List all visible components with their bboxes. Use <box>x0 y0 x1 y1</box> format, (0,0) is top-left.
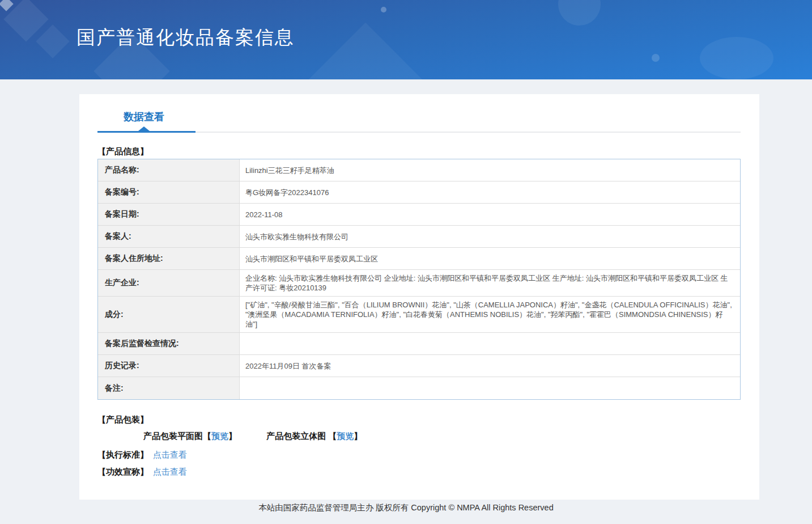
table-row: 历史记录: 2022年11月09日 首次备案 <box>98 355 740 377</box>
table-row: 备案人: 汕头市欧实雅生物科技有限公司 <box>98 226 740 248</box>
row-value: 企业名称: 汕头市欧实雅生物科技有限公司 企业地址: 汕头市潮阳区和平镇和平居委… <box>240 270 740 296</box>
packaging-flat-preview-link[interactable]: 预览 <box>211 431 228 441</box>
decor-square-icon <box>36 24 69 58</box>
packaging-heading: 【产品包装】 <box>97 415 148 425</box>
row-value: 粤G妆网备字2022341076 <box>240 181 740 203</box>
decor-dot-icon <box>381 7 386 12</box>
bracket-close: 】 <box>354 431 362 441</box>
row-value <box>240 333 740 354</box>
page-header: 国产普通化妆品备案信息 <box>0 0 812 79</box>
decor-square-icon <box>297 23 433 79</box>
bracket-open: 【 <box>203 431 211 441</box>
row-label: 生产企业: <box>98 270 240 296</box>
row-label: 备注: <box>98 377 240 399</box>
row-value: 2022-11-08 <box>240 204 740 225</box>
copyright-text: 本站由国家药品监督管理局主办 版权所有 Copyright © NMPA All… <box>258 503 553 512</box>
row-value: 汕头市欧实雅生物科技有限公司 <box>240 226 740 247</box>
standards-view-link[interactable]: 点击查看 <box>153 450 187 459</box>
product-info-heading: 【产品信息】 <box>97 146 148 157</box>
tab-underline-active <box>97 131 195 133</box>
row-value: 汕头市潮阳区和平镇和平居委双凤工业区 <box>240 248 740 269</box>
row-label: 成分: <box>98 297 240 332</box>
row-value: 2022年11月09日 首次备案 <box>240 355 740 377</box>
tab-data-view[interactable]: 数据查看 <box>124 110 164 124</box>
table-row: 备案人住所地址: 汕头市潮阳区和平镇和平居委双凤工业区 <box>98 248 740 270</box>
table-row: 备注: <box>98 377 740 399</box>
standards-section: 【执行标准】点击查看 <box>97 450 187 460</box>
claims-heading: 【功效宣称】 <box>97 467 148 476</box>
decor-cube-icon <box>0 0 14 11</box>
packaging-flat-label: 产品包装平面图 <box>143 431 203 441</box>
standards-heading: 【执行标准】 <box>97 450 148 459</box>
packaging-flat-item: 产品包装平面图【预览】 <box>143 431 237 441</box>
packaging-links-row: 产品包装平面图【预览】 产品包装立体图 【预览】 <box>143 431 362 442</box>
row-label: 产品名称: <box>98 159 240 181</box>
tab-caret-icon <box>138 126 150 131</box>
table-row: 备案日期: 2022-11-08 <box>98 204 740 226</box>
table-row: 备案编号: 粤G妆网备字2022341076 <box>98 181 740 204</box>
content-card: 数据查看 【产品信息】 产品名称: Lilinzhi三花三籽手足精萃油 备案编号… <box>79 94 759 500</box>
bracket-close: 】 <box>228 431 237 441</box>
page-title: 国产普通化妆品备案信息 <box>76 25 295 50</box>
tab-underline <box>97 131 741 133</box>
row-value <box>240 377 740 399</box>
product-info-table: 产品名称: Lilinzhi三花三籽手足精萃油 备案编号: 粤G妆网备字2022… <box>97 159 741 400</box>
packaging-3d-label: 产品包装立体图 <box>266 431 328 441</box>
decor-dot-icon <box>652 54 660 62</box>
claims-section: 【功效宣称】点击查看 <box>97 467 187 477</box>
row-label: 备案后监督检查情况: <box>98 333 240 354</box>
decor-circle-icon <box>700 37 773 79</box>
table-row: 产品名称: Lilinzhi三花三籽手足精萃油 <box>98 159 740 181</box>
row-label: 备案人住所地址: <box>98 248 240 269</box>
row-label: 备案编号: <box>98 181 240 203</box>
row-label: 历史记录: <box>98 355 240 377</box>
table-row: 生产企业: 企业名称: 汕头市欧实雅生物科技有限公司 企业地址: 汕头市潮阳区和… <box>98 270 740 297</box>
decor-square-icon <box>3 0 48 42</box>
table-row: 成分: ["矿油", "辛酸/癸酸甘油三酯", "百合（LILIUM BROWN… <box>98 297 740 333</box>
row-label: 备案日期: <box>98 204 240 225</box>
decor-circle-icon <box>558 0 601 26</box>
row-value: ["矿油", "辛酸/癸酸甘油三酯", "百合（LILIUM BROWNII）花… <box>240 297 740 332</box>
row-label: 备案人: <box>98 226 240 247</box>
packaging-3d-item: 产品包装立体图 【预览】 <box>266 431 362 441</box>
row-value: Lilinzhi三花三籽手足精萃油 <box>240 159 740 181</box>
packaging-3d-preview-link[interactable]: 预览 <box>337 431 354 441</box>
claims-view-link[interactable]: 点击查看 <box>153 467 187 476</box>
page-footer: 本站由国家药品监督管理局主办 版权所有 Copyright © NMPA All… <box>0 502 812 513</box>
bracket-open: 【 <box>328 431 337 441</box>
table-row: 备案后监督检查情况: <box>98 333 740 355</box>
